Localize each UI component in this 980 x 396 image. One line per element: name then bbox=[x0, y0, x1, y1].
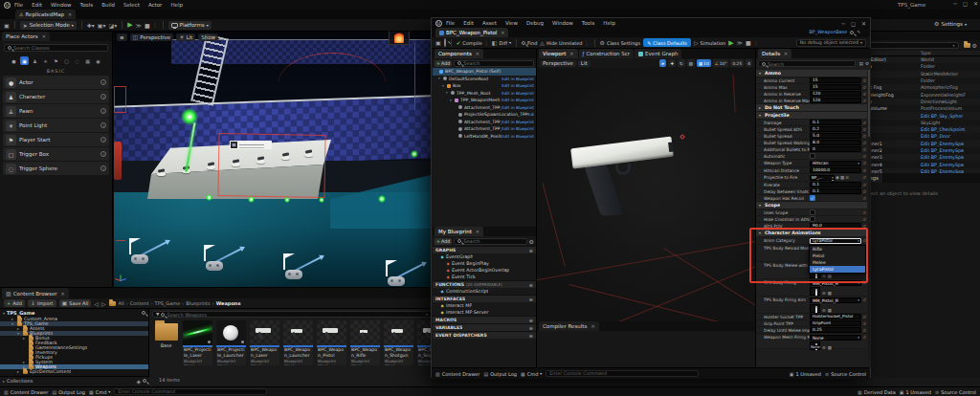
number-field[interactable]: 120 bbox=[810, 91, 861, 97]
detail-row[interactable]: Delay Between Shots 0.1 0.1▾ 0.1 0.1▾◉▦⊘… bbox=[756, 188, 867, 195]
menu-item[interactable]: Help bbox=[603, 20, 615, 26]
detail-row[interactable]: Ammo Current 15 15▾ 15 15▾◉▦⊘ 15▾ ⊕▦ ↺ bbox=[756, 77, 867, 84]
source-control-button[interactable]: ⊘Source Control bbox=[935, 389, 976, 395]
reset-to-default-icon[interactable]: ↺ bbox=[862, 85, 866, 90]
place-actor-item[interactable]: ♟ Character i bbox=[3, 90, 109, 104]
play-options-icon[interactable]: ⋮ bbox=[153, 22, 158, 28]
reset-to-default-icon[interactable]: ↺ bbox=[862, 127, 866, 132]
platforms-dropdown[interactable]: Platforms▾ bbox=[168, 21, 212, 30]
add-new-button[interactable]: +Add bbox=[434, 238, 452, 245]
content-browser-tab[interactable]: ▥Content Browser✕ bbox=[2, 288, 69, 298]
cinematics-dropdown-icon[interactable]: ◪▾ bbox=[109, 22, 118, 29]
edit-in-blueprint-link[interactable]: Edi bbox=[528, 112, 536, 117]
component-row[interactable]: LeftHandIK_Position Edit in Blueprint bbox=[433, 133, 536, 141]
reset-to-default-icon[interactable]: ↺ bbox=[862, 335, 866, 340]
component-row[interactable]: ▾ Box Edit in Blueprint bbox=[433, 82, 536, 90]
reset-to-default-icon[interactable]: ↺ bbox=[862, 321, 866, 326]
number-field[interactable]: 0.2 bbox=[810, 126, 861, 132]
component-row[interactable]: Attachment_TPP_A Edit in Blueprint bbox=[433, 104, 536, 112]
source-control-button[interactable]: ⊘Source Control bbox=[825, 371, 866, 377]
outliner-item-type[interactable]: SkyLight bbox=[921, 121, 980, 125]
camera-speed[interactable]: 4 bbox=[746, 59, 752, 67]
checkbox[interactable] bbox=[810, 153, 815, 159]
property-value-area[interactable]: 0.2 0.2▾ 0.2 0.2▾◉▦⊘ 0.2▾ ⊕▦ bbox=[810, 126, 861, 132]
browse-icon[interactable]: ▦ bbox=[828, 345, 832, 350]
property-value-area[interactable]: 120 120▾ 120 120▾◉▦⊘ 120▾ ⊕▦ bbox=[810, 98, 861, 103]
content-drawer-button[interactable]: ▥Content Drawer bbox=[435, 371, 479, 377]
my-blueprint-row[interactable]: ◆ ConstructionScript ⊕ bbox=[433, 288, 536, 295]
detail-row[interactable]: Holster Socket TPP HolsterSocket_Pistol … bbox=[756, 314, 867, 320]
breadcrumb-item[interactable]: Blueprints bbox=[182, 300, 210, 306]
property-value-area[interactable]: 15 15▾ 15 15▾◉▦⊘ 15▾ ⊕▦ bbox=[810, 84, 861, 90]
reset-to-default-icon[interactable]: ↺ bbox=[862, 210, 866, 215]
category-shapes-icon[interactable]: ▢ bbox=[62, 56, 71, 65]
place-actor-item[interactable]: ⚑ Player Start i bbox=[3, 133, 109, 147]
edit-in-blueprint-link[interactable]: Edit in Blueprint bbox=[501, 134, 536, 139]
import-button[interactable]: ↓Import bbox=[28, 299, 56, 307]
my-blueprint-row[interactable]: ◆ Event Tick ⊕ bbox=[433, 274, 536, 280]
close-icon[interactable]: ✕ bbox=[501, 30, 504, 35]
number-field[interactable]: 120 bbox=[810, 98, 861, 103]
expand-arrow-icon[interactable]: ▸ bbox=[23, 336, 27, 341]
property-value-area[interactable]: 0 0▾ 0 0▾◉▦⊘ 0▾ ⊕▦ bbox=[810, 146, 861, 152]
my-blueprint-row[interactable]: ◆ Event ActorBeginOverlap ⊕ bbox=[433, 267, 536, 274]
property-value-area[interactable]: MM_Pistol_Fi MM_Pistol_Fi▾ MM_Pistol_Fi … bbox=[810, 297, 861, 313]
search-icon[interactable] bbox=[850, 31, 854, 34]
details-tab[interactable]: Details✕ bbox=[758, 49, 791, 58]
simulation-button[interactable]: ▷Simulation bbox=[694, 39, 725, 46]
viewport-settings-dropdown[interactable]: ⚙Settings▾ bbox=[934, 21, 967, 27]
asset-tile[interactable]: BPC_Weapon_Pistol Blueprint Class bbox=[317, 320, 346, 365]
menu-item[interactable]: Edit bbox=[463, 20, 474, 26]
outliner-item-type[interactable]: Edit BP_Door bbox=[921, 134, 980, 139]
menu-item[interactable]: Tools bbox=[80, 2, 94, 8]
debug-object-dropdown[interactable]: No debug object selected▾ bbox=[796, 39, 866, 47]
place-actor-item[interactable]: ▢ Trigger Box i bbox=[3, 147, 109, 162]
minimize-button[interactable]: ─ bbox=[841, 20, 845, 27]
detail-row[interactable]: Bullet Spread ADS 0.2 0.2▾ 0.2 0.2▾◉▦⊘ 0… bbox=[756, 126, 867, 133]
my-blueprint-row[interactable]: ◆ Interact MP Server ⊕ bbox=[433, 309, 536, 316]
menu-item[interactable]: Select bbox=[123, 2, 140, 8]
reset-to-default-icon[interactable]: ↺ bbox=[862, 92, 866, 97]
asset-thumb-picker[interactable]: MM_Pistol_Fi▾ ⊕▦ bbox=[810, 297, 861, 313]
category-visual-icon[interactable]: ◌ bbox=[73, 56, 81, 65]
use-selected-icon[interactable]: ⊕ bbox=[822, 291, 826, 296]
menu-item[interactable]: Tools bbox=[582, 20, 595, 26]
menu-item[interactable]: Window bbox=[51, 2, 72, 8]
add-icon[interactable]: ⊕ bbox=[529, 325, 533, 331]
expand-arrow-icon[interactable]: ▾ bbox=[438, 77, 442, 80]
expand-arrow-icon[interactable]: ▾ bbox=[442, 84, 446, 88]
asset-tile[interactable]: BPC_Weapon_Launcher Blueprint Class bbox=[283, 320, 313, 365]
skip-frame-icon[interactable]: ≫ bbox=[136, 22, 142, 29]
add-actor-icon[interactable]: ✚▾ bbox=[87, 22, 95, 29]
console-input[interactable] bbox=[546, 370, 699, 377]
component-row[interactable]: BPC_Weapon_Pistol (Self) bbox=[433, 68, 536, 76]
component-row[interactable]: ▾ DefaultSceneRoot Edit in Blueprint bbox=[433, 76, 536, 83]
lit-dropdown[interactable]: ☀Lit bbox=[176, 33, 195, 41]
compiler-results-tab[interactable]: Compiler Results✕ bbox=[539, 321, 599, 331]
add-component-button[interactable]: +Add bbox=[434, 60, 452, 67]
level-viewport[interactable]: It ≡ ◫Perspective ☀Lit Show bbox=[114, 32, 431, 287]
component-row[interactable]: Attachment_TPP_Static Edit in Blueprint bbox=[433, 125, 536, 133]
move-tool-icon[interactable]: ✚ bbox=[668, 59, 676, 67]
display-options-icon[interactable]: ▤ bbox=[859, 61, 863, 66]
browse-icon[interactable]: ▦ bbox=[840, 175, 844, 180]
number-field[interactable]: 15 bbox=[810, 84, 861, 90]
tree-root[interactable]: ▾TPS_Game bbox=[0, 309, 148, 317]
menu-item[interactable]: Build bbox=[101, 2, 115, 8]
blueprint-asset-tab[interactable]: BPC_Weapon_Pistol✕ bbox=[435, 28, 508, 37]
reset-to-default-icon[interactable]: ↺ bbox=[862, 161, 866, 165]
detail-row[interactable]: Ammo in Reserve 120 120▾ 120 120▾◉▦⊘ 120… bbox=[756, 91, 867, 98]
maximize-button[interactable]: ◻ bbox=[963, 0, 968, 7]
detail-row[interactable]: Hide Crosshair in ADS ▾ ▾◉▦⊘ ▾ ⊕▦ ↺ bbox=[756, 216, 867, 223]
close-icon[interactable]: ✕ bbox=[590, 323, 594, 329]
detail-row[interactable]: Projectile to Fire BP_... BP_...▾ BP_...… bbox=[756, 174, 867, 182]
add-icon[interactable]: ⊕ bbox=[529, 297, 533, 302]
property-value-area[interactable]: 0.25 0.25▾ 0.25 0.25▾◉▦⊘ 0.25▾ ⊕▦ bbox=[810, 327, 861, 333]
editor-mode-dropdown[interactable]: ➤Selection Mode▾ bbox=[20, 21, 77, 30]
scale-snap-toggle[interactable]: 0.25 bbox=[730, 59, 744, 67]
component-row[interactable]: Attachment_TPP_B Edit in Blueprint bbox=[433, 119, 536, 126]
number-field[interactable]: 10000.0 bbox=[810, 167, 861, 173]
add-icon[interactable]: ⊕ bbox=[529, 282, 533, 288]
use-selected-icon[interactable]: ⊕ bbox=[822, 308, 826, 313]
outliner-item-type[interactable]: Edit BP_EnemySpa bbox=[921, 155, 980, 160]
